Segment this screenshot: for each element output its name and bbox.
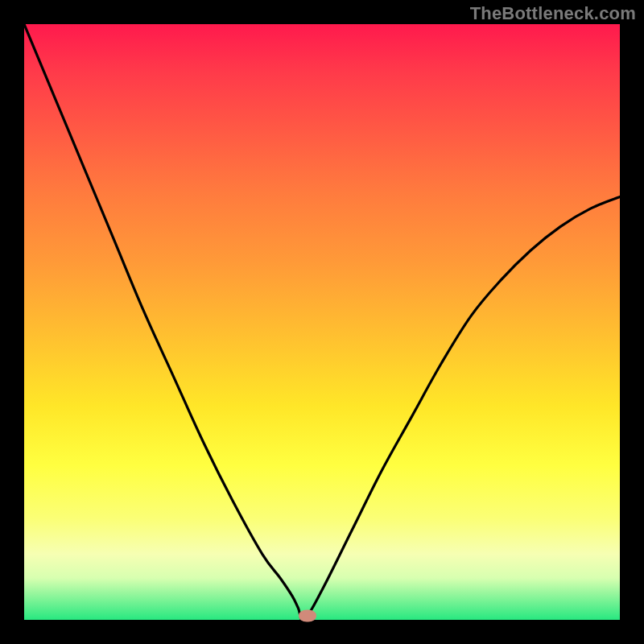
plot-area bbox=[24, 24, 620, 620]
optimum-marker bbox=[299, 609, 316, 621]
bottleneck-curve bbox=[24, 24, 620, 620]
chart-frame: TheBottleneck.com bbox=[0, 0, 644, 644]
curve-svg bbox=[24, 24, 620, 620]
watermark-text: TheBottleneck.com bbox=[470, 3, 636, 24]
